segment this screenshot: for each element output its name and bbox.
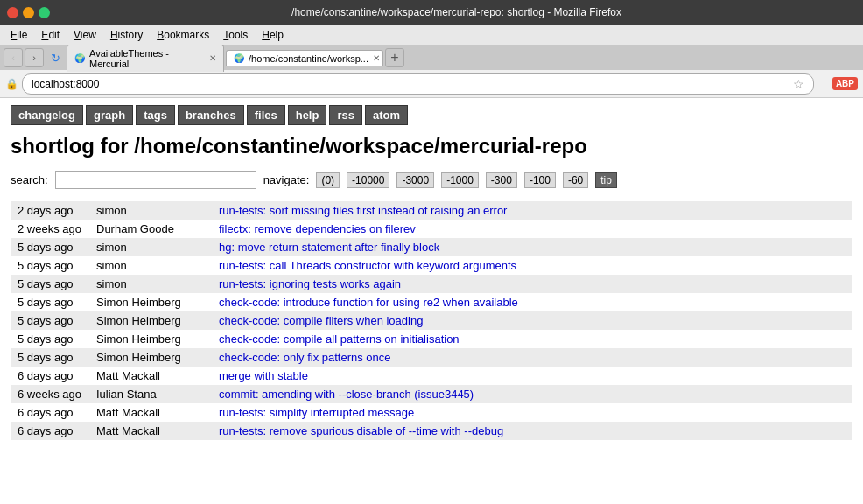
cell-desc: merge with stable — [212, 367, 852, 385]
minimize-button[interactable] — [23, 7, 34, 18]
desc-link[interactable]: check-code: compile filters when loading — [219, 314, 423, 327]
cell-desc: check-code: compile all patterns on init… — [212, 330, 852, 348]
cell-author: Matt Mackall — [89, 422, 212, 440]
menu-view[interactable]: View — [67, 27, 103, 43]
table-row: 5 days ago Simon Heimberg check-code: co… — [11, 312, 852, 330]
cell-age: 6 days ago — [11, 422, 89, 440]
adblock-button[interactable]: ABP — [832, 77, 858, 90]
cell-age: 2 days ago — [11, 201, 89, 220]
cell-desc: check-code: compile filters when loading — [212, 312, 852, 330]
cell-age: 5 days ago — [11, 293, 89, 312]
back-button[interactable]: ‹ — [4, 48, 23, 67]
nav-changelog[interactable]: changelog — [11, 105, 83, 125]
navigate-label: navigate: — [263, 173, 310, 186]
title-bar: /home/constantine/workspace/mercurial-re… — [0, 0, 863, 24]
cell-age: 5 days ago — [11, 348, 89, 367]
nav-tag-1[interactable]: -10000 — [347, 172, 389, 188]
nav-tag-5[interactable]: -100 — [524, 172, 556, 188]
search-input[interactable] — [55, 171, 256, 189]
cell-desc: run-tests: remove spurious disable of --… — [212, 422, 852, 440]
cell-desc: commit: amending with --close-branch (is… — [212, 385, 852, 403]
log-table: 2 days ago simon run-tests: sort missing… — [11, 201, 852, 440]
tab-label-2: /home/constantine/worksp... — [249, 53, 368, 64]
desc-link[interactable]: run-tests: ignoring tests works again — [219, 277, 401, 290]
url-input[interactable]: localhost:8000 — [22, 74, 814, 94]
menu-bar: File Edit View History Bookmarks Tools H… — [0, 24, 863, 46]
menu-bookmarks[interactable]: Bookmarks — [150, 27, 216, 43]
table-row: 5 days ago simon run-tests: ignoring tes… — [11, 275, 852, 293]
close-button[interactable] — [7, 7, 18, 18]
menu-help[interactable]: Help — [255, 27, 291, 43]
tab-shortlog[interactable]: 🌍 /home/constantine/worksp... ✕ — [226, 50, 383, 66]
desc-link[interactable]: check-code: introduce function for using… — [219, 296, 518, 309]
tab-close-1[interactable]: ✕ — [209, 53, 216, 63]
menu-history[interactable]: History — [103, 27, 150, 43]
desc-link[interactable]: check-code: compile all patterns on init… — [219, 332, 460, 346]
cell-author: simon — [89, 256, 212, 275]
desc-link[interactable]: hg: move return statement after finally … — [219, 241, 439, 254]
cell-desc: run-tests: ignoring tests works again — [212, 275, 852, 293]
table-row: 2 days ago simon run-tests: sort missing… — [11, 201, 852, 220]
cell-author: Simon Heimberg — [89, 330, 212, 348]
cell-desc: run-tests: sort missing files first inst… — [212, 201, 852, 220]
search-row: search: navigate: (0) -10000 -3000 -1000… — [11, 171, 852, 189]
cell-author: Matt Mackall — [89, 367, 212, 385]
cell-desc: hg: move return statement after finally … — [212, 238, 852, 256]
desc-link[interactable]: run-tests: sort missing files first inst… — [219, 204, 507, 217]
nav-atom[interactable]: atom — [365, 105, 408, 125]
table-row: 6 days ago Matt Mackall run-tests: remov… — [11, 422, 852, 440]
menu-tools[interactable]: Tools — [216, 27, 255, 43]
desc-link[interactable]: run-tests: remove spurious disable of --… — [219, 424, 503, 438]
search-label: search: — [11, 173, 48, 186]
table-row: 2 weeks ago Durham Goode filectx: remove… — [11, 220, 852, 238]
nav-tag-6[interactable]: -60 — [563, 172, 588, 188]
cell-author: simon — [89, 275, 212, 293]
table-row: 5 days ago simon run-tests: call Threads… — [11, 256, 852, 275]
maximize-button[interactable] — [39, 7, 50, 18]
cell-author: Iulian Stana — [89, 385, 212, 403]
refresh-button[interactable]: ↻ — [46, 48, 65, 67]
tab-close-2[interactable]: ✕ — [373, 53, 380, 63]
nav-tag-3[interactable]: -1000 — [441, 172, 479, 188]
desc-link[interactable]: run-tests: call Threads constructor with… — [219, 259, 516, 272]
forward-button[interactable]: › — [25, 48, 44, 67]
desc-link[interactable]: commit: amending with --close-branch (is… — [219, 388, 474, 401]
window-controls — [7, 7, 50, 18]
desc-link[interactable]: check-code: only fix patterns once — [219, 351, 391, 364]
nav-tag-tip[interactable]: tip — [595, 172, 617, 188]
new-tab-button[interactable]: + — [385, 48, 404, 67]
nav-rss[interactable]: rss — [329, 105, 362, 125]
cell-desc: run-tests: simplify interrupted message — [212, 403, 852, 422]
nav-branches[interactable]: branches — [178, 105, 244, 125]
nav-help[interactable]: help — [288, 105, 327, 125]
page-title: shortlog for /home/constantine/workspace… — [11, 134, 852, 158]
desc-link[interactable]: merge with stable — [219, 369, 308, 382]
nav-files[interactable]: files — [247, 105, 285, 125]
cell-author: Matt Mackall — [89, 403, 212, 422]
nav-buttons: changelog graph tags branches files help… — [11, 105, 852, 125]
table-row: 5 days ago Simon Heimberg check-code: on… — [11, 348, 852, 367]
cell-author: simon — [89, 201, 212, 220]
cell-author: Simon Heimberg — [89, 293, 212, 312]
table-row: 5 days ago Simon Heimberg check-code: in… — [11, 293, 852, 312]
nav-tags[interactable]: tags — [136, 105, 175, 125]
cell-age: 2 weeks ago — [11, 220, 89, 238]
cell-desc: check-code: introduce function for using… — [212, 293, 852, 312]
menu-file[interactable]: File — [4, 27, 34, 43]
table-row: 6 days ago Matt Mackall run-tests: simpl… — [11, 403, 852, 422]
nav-graph[interactable]: graph — [86, 105, 133, 125]
bookmark-star-icon[interactable]: ☆ — [793, 77, 804, 91]
desc-link[interactable]: run-tests: simplify interrupted message — [219, 406, 414, 419]
table-row: 5 days ago simon hg: move return stateme… — [11, 238, 852, 256]
nav-tag-0[interactable]: (0) — [316, 172, 340, 188]
nav-tag-4[interactable]: -300 — [486, 172, 517, 188]
tab-availablethemes[interactable]: 🌍 AvailableThemes - Mercurial ✕ — [67, 45, 224, 72]
nav-tag-2[interactable]: -3000 — [396, 172, 434, 188]
cell-age: 6 days ago — [11, 403, 89, 422]
cell-age: 5 days ago — [11, 330, 89, 348]
table-row: 6 days ago Matt Mackall merge with stabl… — [11, 367, 852, 385]
desc-link[interactable]: filectx: remove dependencies on filerev — [219, 222, 416, 235]
menu-edit[interactable]: Edit — [34, 27, 67, 43]
cell-desc: filectx: remove dependencies on filerev — [212, 220, 852, 238]
tab-favicon-2: 🌍 — [234, 53, 244, 63]
